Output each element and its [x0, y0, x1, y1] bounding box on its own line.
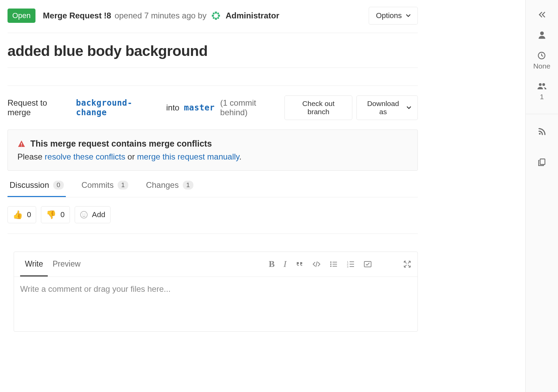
collapse-sidebar-button[interactable]	[538, 10, 546, 19]
mr-tabs: Discussion 0 Commits 1 Changes 1	[8, 180, 418, 197]
svg-point-28	[539, 133, 541, 135]
subscribe-section[interactable]	[538, 127, 546, 136]
svg-rect-6	[217, 13, 219, 14]
thumbs-down-icon: 👎	[46, 210, 56, 220]
chevrons-left-icon	[538, 10, 546, 19]
caret-down-icon	[407, 106, 411, 109]
svg-rect-15	[333, 262, 337, 262]
mr-id-label: Merge Request !8	[43, 11, 111, 20]
mr-opened-text: opened 7 minutes ago by	[115, 11, 207, 20]
author-avatar[interactable]	[210, 10, 222, 22]
mr-header: Open Merge Request !8 opened 7 minutes a…	[8, 7, 418, 33]
svg-rect-25	[350, 266, 354, 267]
svg-rect-4	[218, 15, 220, 17]
clock-icon	[537, 51, 546, 60]
target-branch[interactable]: master	[184, 103, 215, 112]
italic-icon[interactable]: I	[283, 259, 287, 269]
discussion-count: 0	[53, 181, 64, 190]
users-icon	[537, 82, 547, 91]
thumbs-up-icon: 👍	[13, 210, 23, 220]
commits-count: 1	[118, 181, 128, 190]
assignee-section[interactable]	[538, 31, 546, 40]
merge-info-row: Request to merge background-change into …	[8, 86, 418, 128]
behind-count: (1 commit behind)	[220, 98, 285, 117]
conflict-please: Please	[17, 152, 45, 161]
bullet-list-icon[interactable]	[329, 260, 338, 268]
thumbs-down-button[interactable]: 👎 0	[41, 206, 70, 223]
task-list-icon[interactable]	[364, 260, 372, 268]
code-icon[interactable]	[312, 260, 321, 268]
options-button[interactable]: Options	[369, 7, 418, 25]
editor-tab-preview[interactable]: Preview	[48, 252, 85, 276]
svg-rect-1	[215, 12, 217, 14]
comment-placeholder: Write a comment or drag your files here.…	[20, 284, 171, 293]
smile-icon	[80, 211, 88, 219]
svg-rect-17	[333, 264, 337, 265]
mr-title: added blue body background	[8, 33, 418, 68]
into-label: into	[166, 103, 179, 112]
user-icon	[538, 31, 546, 40]
comment-textarea[interactable]: Write a comment or drag your files here.…	[14, 277, 417, 331]
checkout-branch-button[interactable]: Check out branch	[284, 95, 352, 120]
resolve-conflicts-link[interactable]: resolve these conflicts	[45, 152, 125, 161]
tab-changes[interactable]: Changes 1	[144, 180, 195, 197]
svg-rect-19	[333, 266, 337, 267]
svg-rect-8	[217, 17, 219, 19]
source-branch[interactable]: background-change	[76, 98, 162, 117]
bold-icon[interactable]: B	[269, 259, 275, 269]
svg-rect-10	[21, 146, 22, 146]
svg-point-12	[82, 214, 83, 215]
svg-rect-9	[21, 143, 22, 145]
right-sidebar: None 1	[525, 0, 558, 392]
svg-point-13	[84, 214, 85, 215]
changes-count: 1	[183, 181, 193, 190]
svg-rect-5	[213, 13, 215, 14]
time-tracking-value: None	[533, 62, 550, 70]
participants-count: 1	[540, 93, 544, 101]
time-tracking-section[interactable]: None	[533, 51, 550, 70]
reference-section[interactable]	[538, 158, 546, 167]
warning-icon	[17, 140, 26, 148]
svg-point-16	[330, 263, 332, 265]
svg-rect-2	[215, 18, 217, 20]
svg-rect-7	[213, 17, 215, 19]
author-name[interactable]: Administrator	[225, 11, 279, 20]
svg-rect-23	[350, 264, 354, 265]
conflict-heading: This merge request contains merge confli…	[30, 139, 212, 149]
add-reaction-button[interactable]: Add	[75, 206, 111, 223]
svg-point-0	[210, 10, 222, 22]
tab-discussion[interactable]: Discussion 0	[8, 180, 66, 197]
svg-rect-3	[212, 15, 214, 17]
editor-tab-write[interactable]: Write	[20, 252, 48, 276]
request-to-merge-label: Request to merge	[8, 98, 71, 117]
reactions-bar: 👍 0 👎 0 Add	[8, 206, 418, 234]
merge-manually-link[interactable]: merge this request manually	[137, 152, 239, 161]
merge-conflict-warning: This merge request contains merge confli…	[8, 130, 418, 171]
editor-toolbar: B I 123	[269, 259, 411, 269]
quote-icon[interactable]	[295, 260, 304, 268]
svg-rect-29	[540, 159, 545, 164]
conflict-or: or	[125, 152, 137, 161]
svg-rect-21	[350, 261, 354, 262]
thumbs-up-button[interactable]: 👍 0	[8, 206, 36, 223]
status-badge: Open	[8, 9, 35, 23]
download-as-button[interactable]: Download as	[356, 95, 418, 120]
tab-commits[interactable]: Commits 1	[79, 180, 130, 197]
svg-point-14	[330, 261, 332, 263]
participants-section[interactable]: 1	[537, 82, 547, 101]
comment-editor: Write Preview B I 123	[14, 252, 418, 332]
caret-down-icon	[406, 14, 411, 17]
svg-text:3: 3	[347, 265, 349, 268]
fullscreen-icon[interactable]	[403, 260, 411, 268]
rss-icon	[538, 127, 546, 136]
numbered-list-icon[interactable]: 123	[347, 260, 355, 268]
svg-point-18	[330, 266, 332, 267]
copy-icon	[538, 158, 546, 167]
svg-point-11	[80, 211, 87, 218]
